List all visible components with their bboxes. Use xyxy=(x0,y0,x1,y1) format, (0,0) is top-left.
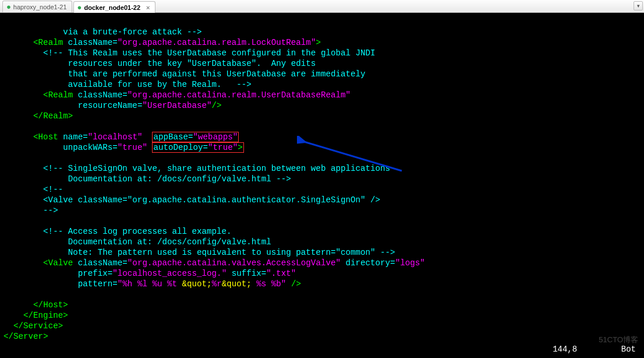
code-blank xyxy=(3,122,9,131)
code-line: --> xyxy=(3,206,58,215)
code-tag: Host xyxy=(43,300,63,310)
code-value: "%h %l %u %t xyxy=(118,279,182,289)
scroll-mode: Bot xyxy=(621,345,636,354)
tab-label: docker_node01-22 xyxy=(84,4,140,11)
code-line: Note: The pattern used is equivalent to … xyxy=(3,248,395,257)
code-value: "org.apache.catalina.realm.UserDatabaseR… xyxy=(128,90,351,100)
code-eq: = xyxy=(122,90,128,100)
code-eq: = xyxy=(112,279,118,289)
code-bracket: /> xyxy=(291,279,301,289)
code-bracket: < xyxy=(3,38,38,47)
code-attr: name xyxy=(63,132,83,142)
tab-haproxy[interactable]: ● haproxy_node1-21 xyxy=(2,1,72,12)
code-space xyxy=(142,132,152,142)
cursor-position: 144,8 xyxy=(553,345,577,354)
code-bracket: /> xyxy=(212,101,222,110)
code-tag: Host xyxy=(38,132,63,142)
code-value: "localhost" xyxy=(88,132,143,142)
code-tag: Valve xyxy=(48,258,78,268)
code-bracket: < xyxy=(3,258,48,268)
code-attr: resourceName xyxy=(78,101,137,110)
code-attr: appBase xyxy=(153,132,188,142)
code-eq: = xyxy=(203,143,208,152)
code-attr: suffix xyxy=(232,269,261,278)
code-entity: &quot; xyxy=(222,279,252,289)
code-indent xyxy=(3,143,63,152)
code-attr: prefix xyxy=(78,269,108,278)
code-bracket: > xyxy=(316,38,321,47)
code-bracket: > xyxy=(63,311,68,320)
code-line: <!-- SingleSignOn valve, share authentic… xyxy=(3,164,390,173)
code-blank xyxy=(3,216,9,226)
code-attr: className xyxy=(78,258,123,268)
code-line: via a brute-force attack --> xyxy=(3,27,202,37)
code-eq: = xyxy=(390,258,395,268)
code-eq: = xyxy=(122,258,128,268)
code-line: resources under the key "UserDatabase". … xyxy=(3,59,316,68)
code-eq: = xyxy=(83,132,88,142)
code-value: "localhost_access_log." xyxy=(112,269,231,278)
code-bracket: </ xyxy=(3,332,13,341)
code-value: %r xyxy=(212,279,222,289)
code-tag: Realm xyxy=(38,38,68,47)
code-value: "true" xyxy=(118,143,147,152)
tab-dropdown-button[interactable]: ▾ xyxy=(634,1,643,10)
code-entity: &quot; xyxy=(182,279,212,289)
code-eq: = xyxy=(188,132,193,142)
code-indent xyxy=(3,279,78,289)
code-bracket: > xyxy=(63,300,68,310)
tab-bar: ● haproxy_node1-21 ● docker_node01-22 × … xyxy=(0,0,644,13)
code-attr: pattern xyxy=(78,279,113,289)
code-bracket: </ xyxy=(3,311,33,320)
code-bracket: </ xyxy=(3,111,43,121)
code-eq: = xyxy=(112,38,118,47)
code-attr: autoDeploy xyxy=(153,143,203,152)
code-indent xyxy=(3,101,78,110)
code-bracket: < xyxy=(3,132,38,142)
code-tag: Realm xyxy=(43,111,68,121)
status-bar: 144,8 Bot xyxy=(553,344,636,355)
code-bracket: > xyxy=(43,332,48,341)
code-line: <Valve className="org.apache.catalina.au… xyxy=(3,195,380,205)
code-line: <!-- This Realm uses the UserDatabase co… xyxy=(3,48,376,58)
code-line: Documentation at: /docs/config/valve.htm… xyxy=(3,174,291,184)
code-attr: directory xyxy=(345,258,390,268)
tab-label: haproxy_node1-21 xyxy=(13,3,67,10)
code-value: "true" xyxy=(208,143,238,152)
code-indent xyxy=(3,269,78,278)
code-line: that are performed against this UserData… xyxy=(3,69,366,79)
code-blank xyxy=(3,290,9,299)
code-bracket: < xyxy=(3,90,48,100)
code-tag: Server xyxy=(13,332,43,341)
code-value: "logs" xyxy=(395,258,425,268)
code-line: <!-- Access log processes all example. xyxy=(3,227,232,236)
code-blank xyxy=(3,153,9,163)
code-attr: className xyxy=(78,90,123,100)
tab-docker[interactable]: ● docker_node01-22 × xyxy=(73,1,155,13)
code-value: "webapps" xyxy=(193,132,238,142)
code-eq: = xyxy=(261,269,267,278)
code-line: <!-- xyxy=(3,185,63,194)
code-value: ".txt" xyxy=(266,269,296,278)
code-bracket: </ xyxy=(3,300,43,310)
code-bracket: > xyxy=(238,143,243,152)
code-tag: Service xyxy=(23,321,58,331)
code-line: Documentation at: /docs/config/valve.htm… xyxy=(3,237,271,247)
close-icon[interactable]: × xyxy=(146,4,150,11)
code-tag: Realm xyxy=(48,90,78,100)
code-value: "org.apache.catalina.realm.LockOutRealm" xyxy=(118,38,316,47)
code-bracket: > xyxy=(58,321,63,331)
code-value: "org.apache.catalina.valves.AccessLogVal… xyxy=(128,258,346,268)
code-tag: Engine xyxy=(33,311,63,320)
code-value: %s %b" xyxy=(252,279,291,289)
code-attr: unpackWARs xyxy=(63,143,112,152)
code-bracket: </ xyxy=(3,321,23,331)
code-attr: className xyxy=(68,38,113,47)
highlight-box: appBase="webapps" xyxy=(152,132,239,142)
terminal-viewport[interactable]: via a brute-force attack --> <Realm clas… xyxy=(0,13,644,358)
highlight-box: autoDeploy="true"> xyxy=(152,142,243,153)
code-bracket: > xyxy=(68,111,73,121)
code-space xyxy=(147,143,153,152)
code-line: available for use by the Realm. --> xyxy=(3,80,252,89)
code-value: "UserDatabase" xyxy=(142,101,211,110)
